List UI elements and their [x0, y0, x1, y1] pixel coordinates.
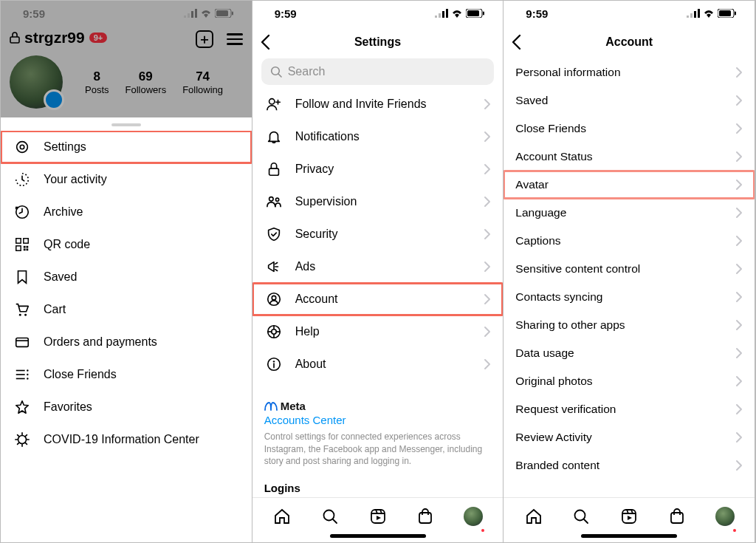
list-item[interactable]: Captions — [504, 227, 755, 255]
svg-rect-39 — [442, 11, 444, 18]
tab-search[interactable] — [320, 506, 340, 527]
list-item-label: Help — [295, 325, 472, 338]
list-item[interactable]: Notifications — [252, 120, 504, 153]
list-item[interactable]: COVID-19 Information Center — [1, 423, 252, 456]
svg-line-36 — [26, 435, 27, 437]
accounts-center-block[interactable]: Meta Accounts Center Control settings fo… — [252, 395, 504, 474]
list-item-label: Original photos — [515, 375, 724, 388]
list-item[interactable]: Close Friends — [504, 115, 755, 143]
svg-rect-43 — [483, 12, 484, 16]
tab-search[interactable] — [571, 506, 591, 527]
tab-shop[interactable] — [415, 506, 436, 527]
adduser-icon — [264, 96, 284, 112]
list-item-label: Saved — [44, 270, 240, 284]
list-item[interactable]: Cart — [1, 293, 252, 326]
list-item[interactable]: Orders and payments — [1, 326, 252, 358]
stat-followers[interactable]: 69 Followers — [126, 69, 167, 95]
tab-shop[interactable] — [667, 506, 687, 527]
meta-logo: Meta — [264, 400, 492, 412]
list-item[interactable]: Your activity — [1, 163, 252, 196]
accounts-center-link[interactable]: Accounts Center — [264, 414, 492, 426]
list-item-label: Orders and payments — [44, 335, 240, 349]
tab-home[interactable] — [523, 506, 544, 527]
list-item[interactable]: Branded content — [504, 451, 755, 479]
sheet-grabber[interactable] — [111, 123, 141, 126]
menu-button[interactable] — [227, 33, 243, 45]
list-item-label: Avatar — [515, 178, 724, 191]
chevron-right-icon — [735, 151, 743, 163]
tab-home[interactable] — [272, 506, 292, 527]
svg-line-34 — [26, 443, 27, 445]
create-button[interactable]: ＋ — [196, 30, 213, 48]
list-item[interactable]: Help — [252, 315, 504, 348]
chevron-right-icon — [484, 358, 491, 370]
list-item[interactable]: Language — [504, 199, 755, 227]
svg-rect-3 — [195, 9, 197, 18]
list-item[interactable]: Favorites — [1, 391, 252, 423]
status-bar: 9:59 — [1, 1, 252, 26]
svg-point-18 — [19, 314, 21, 316]
list-item[interactable]: Sensitive content control — [504, 255, 755, 283]
list-item-label: Your activity — [44, 173, 240, 186]
profile-avatar[interactable] — [10, 55, 63, 109]
search-input[interactable] — [288, 65, 486, 78]
list-item[interactable]: Avatar — [504, 171, 755, 199]
chevron-right-icon — [735, 207, 743, 219]
stat-following[interactable]: 74 Following — [182, 69, 223, 95]
list-item[interactable]: Close Friends — [1, 358, 252, 391]
list-item[interactable]: QR code — [1, 228, 252, 261]
wifi-icon — [200, 9, 212, 18]
svg-rect-37 — [435, 16, 437, 18]
svg-rect-16 — [24, 249, 26, 251]
private-lock-icon — [10, 32, 20, 44]
list-item[interactable]: Saved — [504, 86, 755, 115]
list-item[interactable]: Saved — [1, 261, 252, 293]
list-item[interactable]: Contacts syncing — [504, 283, 755, 311]
list-item[interactable]: Supervision — [252, 185, 504, 218]
list-item-label: Saved — [515, 94, 724, 107]
list-item[interactable]: Ads — [252, 250, 504, 283]
list-item[interactable]: About — [252, 348, 504, 380]
list-item-label: Archive — [44, 205, 240, 219]
chevron-right-icon — [484, 293, 491, 305]
tab-profile[interactable] — [463, 506, 484, 527]
list-item[interactable]: Original photos — [504, 367, 755, 395]
back-button[interactable] — [260, 34, 270, 50]
username[interactable]: strgzr99 — [24, 29, 85, 47]
status-bar: 9:59 — [252, 1, 504, 26]
chevron-right-icon — [735, 347, 743, 359]
list-item[interactable]: Follow and Invite Friends — [252, 88, 504, 120]
list-item[interactable]: Personal information — [504, 58, 755, 86]
chevron-right-icon — [735, 235, 743, 247]
svg-line-75 — [584, 519, 588, 523]
list-item[interactable]: Data usage — [504, 339, 755, 367]
list-item-label: Cart — [44, 303, 240, 316]
list-item[interactable]: Privacy — [252, 153, 504, 185]
list-item[interactable]: Request verification — [504, 395, 755, 423]
chevron-right-icon — [484, 326, 491, 338]
chevron-right-icon — [735, 460, 743, 471]
search-field[interactable] — [261, 58, 495, 85]
list-item[interactable]: Account — [252, 283, 504, 315]
list-item[interactable]: Review Activity — [504, 423, 755, 451]
tab-reels[interactable] — [619, 506, 639, 527]
stat-posts[interactable]: 8 Posts — [85, 69, 109, 95]
list-item[interactable]: Security — [252, 218, 504, 250]
svg-rect-12 — [24, 239, 28, 243]
list-item-label: Supervision — [295, 195, 472, 208]
list-item[interactable]: Archive — [1, 196, 252, 228]
tab-profile[interactable] — [715, 506, 735, 527]
phone-2: 9:59 Settings Follow and Invite FriendsN… — [252, 1, 504, 542]
svg-rect-0 — [184, 16, 186, 18]
svg-point-53 — [272, 296, 276, 300]
chevron-right-icon — [735, 66, 743, 78]
signal-icon — [687, 9, 700, 18]
back-button[interactable] — [511, 34, 521, 50]
list-item[interactable]: Sharing to other apps — [504, 311, 755, 339]
list-item[interactable]: Account Status — [504, 143, 755, 171]
status-time: 9:59 — [275, 7, 297, 20]
list-item[interactable]: Settings — [1, 131, 252, 163]
tab-reels[interactable] — [368, 506, 388, 527]
lock-icon — [264, 161, 284, 177]
svg-rect-2 — [191, 11, 193, 18]
